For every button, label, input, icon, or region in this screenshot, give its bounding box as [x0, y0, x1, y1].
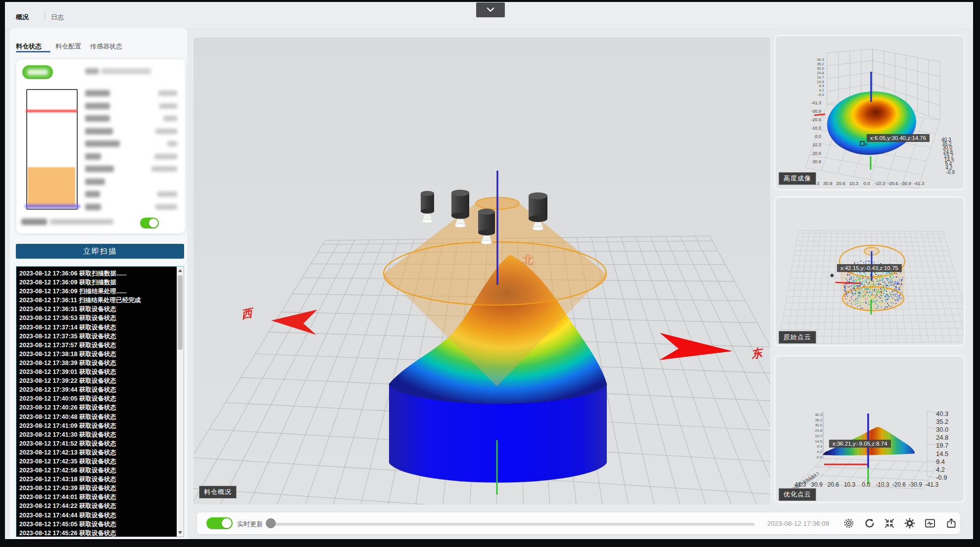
blurred-text [85, 140, 120, 147]
blurred-text [85, 191, 100, 197]
log-line: 2023-08-12 17:45:05 获取设备状态 [16, 520, 184, 529]
panel-raw-pointcloud[interactable]: x:42.15,y:-0.43,z:10.75 原始点云 [774, 196, 965, 346]
blurred-text [85, 90, 110, 96]
log-line: 2023-08-12 17:39:22 获取设备状态 [16, 376, 184, 385]
scroll-down-icon[interactable] [178, 531, 182, 534]
timeline-slider-handle[interactable] [266, 518, 276, 528]
log-line: 2023-08-12 17:41:09 获取设备状态 [16, 421, 184, 430]
log-line: 2023-08-12 17:36:09 扫描结果处理...... [16, 287, 184, 296]
blurred-text [85, 153, 101, 160]
log-console[interactable]: 2023-08-12 17:36:06 获取扫描数据......2023-08-… [16, 266, 184, 537]
axis-tick: -41.3 [925, 481, 939, 488]
log-line: 2023-08-12 17:41:52 获取设备状态 [16, 439, 184, 448]
blurred-text [167, 141, 177, 146]
log-line: 2023-08-12 17:43:39 获取设备状态 [16, 484, 184, 493]
log-line: 2023-08-12 17:36:09 获取扫描数据 [16, 278, 184, 287]
svg-text:a: a [865, 141, 868, 146]
panel-height-imaging[interactable]: a 40.335.230.024.819.714.59.44.2-0.9-41.… [774, 35, 965, 190]
blurred-text [85, 68, 99, 74]
axis-tick: -30.9 [900, 181, 911, 186]
axis-tick: 24.8 [817, 71, 824, 75]
silo-level-indicator [26, 89, 78, 210]
settings-icon[interactable] [904, 517, 916, 529]
axis-tick: 4.2 [817, 450, 822, 454]
axis-tick: 35.2 [817, 62, 824, 66]
scan-now-button[interactable]: 立即扫描 [16, 244, 184, 259]
chart-icon[interactable] [924, 517, 936, 529]
point-tooltip: x:36.21,y:-9.05,z:8.74 [829, 440, 891, 448]
log-scrollbar[interactable] [177, 267, 184, 537]
blurred-text [101, 68, 151, 74]
compass-west: 西 [242, 306, 317, 335]
log-line: 2023-08-12 17:42:13 获取设备状态 [16, 448, 184, 457]
log-lines: 2023-08-12 17:36:06 获取扫描数据......2023-08-… [16, 267, 184, 537]
log-line: 2023-08-12 17:43:18 获取设备状态 [16, 475, 184, 484]
nav-divider [45, 11, 45, 21]
card-toggle[interactable] [140, 218, 159, 228]
timeline-slider-track[interactable] [270, 523, 755, 526]
toggle-knob [149, 219, 158, 228]
axis-tick: 40.3 [815, 412, 822, 417]
blurred-text [50, 219, 113, 225]
axis-tick: -20.6 [892, 481, 906, 488]
app-window: 概况 日志 料仓状态 料仓配置 传感器状态 [0, 0, 980, 547]
silo-3d-view[interactable]: 西 南 东 北 [194, 38, 770, 504]
refresh-icon[interactable] [864, 517, 876, 529]
blurred-text [158, 91, 177, 96]
log-line: 2023-08-12 17:36:11 扫描结果处理已经完成 [16, 296, 184, 305]
panel-optimized-pointcloud[interactable]: 40.335.230.024.819.714.59.44.2-0.940.335… [774, 355, 965, 503]
locate-icon[interactable] [843, 517, 855, 529]
axis-tick: 35.2 [936, 418, 948, 425]
axis-tick: -10.3 [876, 481, 889, 488]
silo-base-line [25, 204, 80, 208]
sidebar-tab-sensor-status[interactable]: 传感器状态 [90, 42, 122, 51]
axis-tick: 30.0 [815, 423, 822, 427]
log-line: 2023-08-12 17:41:30 获取设备状态 [16, 430, 184, 439]
blurred-text [157, 191, 177, 197]
scrollbar-thumb[interactable] [178, 275, 183, 350]
log-line: 2023-08-12 17:45:26 获取设备状态 [16, 529, 184, 537]
axis-tick: 30.9 [823, 181, 833, 186]
axis-tick: -0.9 [936, 474, 947, 481]
log-line: 2023-08-12 17:42:56 获取设备状态 [16, 466, 184, 475]
log-line: 2023-08-12 17:36:31 获取设备状态 [16, 305, 184, 314]
blurred-text [85, 166, 114, 172]
axis-tick: 0.0 [815, 134, 821, 139]
axis-tick: 14.5 [936, 450, 948, 457]
sidebar: 料仓状态 料仓配置 传感器状态 立即扫描 2023-08-12 17:36:0 [10, 28, 187, 539]
silo-3d-canvas: 西 南 东 北 [194, 38, 770, 504]
export-icon[interactable] [945, 517, 957, 529]
axis-tick: 35.2 [815, 418, 822, 422]
axis-tick: 19.7 [817, 75, 824, 80]
log-line: 2023-08-12 17:44:44 获取设备状态 [16, 511, 184, 520]
log-line: 2023-08-12 17:39:01 获取设备状态 [16, 367, 184, 376]
axis-tick: 4.2 [819, 88, 824, 92]
sidebar-tab-silo-config[interactable]: 料仓配置 [55, 42, 81, 51]
axis-tick: 19.7 [936, 442, 948, 449]
toggle-knob [222, 518, 232, 528]
axis-tick: 30.0 [817, 66, 824, 71]
axis-tick: -30.9 [909, 481, 923, 488]
sidebar-tab-silo-status[interactable]: 料仓状态 [16, 42, 42, 51]
log-line: 2023-08-12 17:40:48 获取设备状态 [16, 412, 184, 421]
realtime-label: 实时更新 [237, 520, 263, 529]
realtime-toggle[interactable] [206, 517, 233, 529]
blurred-text [155, 129, 177, 134]
blurred-text [85, 204, 101, 210]
axis-tick: 14.5 [817, 80, 824, 84]
nav-tab-overview[interactable]: 概况 [16, 13, 29, 22]
point-tooltip: x:6.05,y:30.40,z:14.76 [867, 134, 930, 142]
blurred-text [27, 69, 48, 75]
height-imaging-canvas: a 40.335.230.024.819.714.59.44.2-0.9-41.… [776, 36, 964, 189]
axis-tick: 40.3 [817, 57, 824, 62]
blurred-text [85, 103, 110, 109]
nav-tab-log[interactable]: 日志 [51, 13, 64, 22]
scroll-up-icon[interactable] [178, 269, 182, 272]
collapse-icon[interactable] [883, 517, 895, 529]
timeline-timestamp: 2023-08-12 17:36:09 [767, 520, 829, 527]
log-line: 2023-08-12 17:36:53 获取设备状态 [16, 314, 184, 322]
header-collapse-button[interactable] [476, 2, 505, 17]
blurred-text [85, 115, 110, 122]
silo-status-card [16, 59, 185, 233]
axis-tick: 14.5 [815, 439, 822, 444]
